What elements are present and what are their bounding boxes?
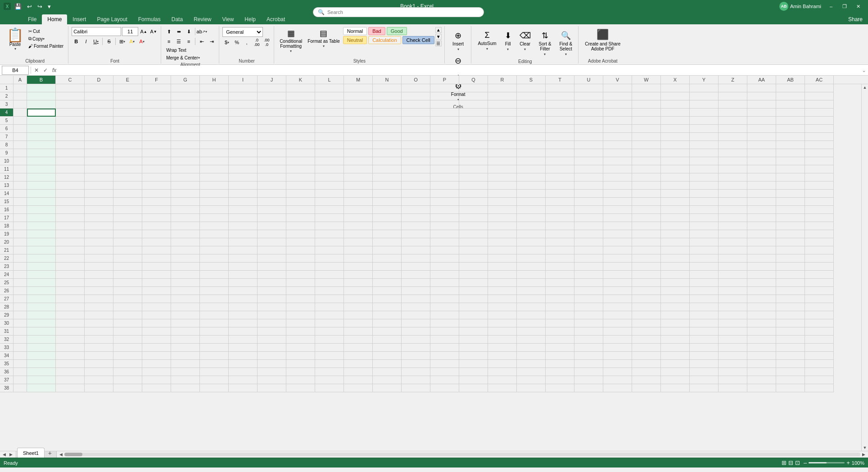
- cell-Y22[interactable]: [690, 254, 719, 263]
- cell-Y19[interactable]: [690, 230, 719, 238]
- cell-C5[interactable]: [56, 117, 85, 125]
- cell-S23[interactable]: [517, 263, 546, 271]
- cell-A21[interactable]: [14, 246, 27, 254]
- cell-L12[interactable]: [315, 173, 344, 182]
- cell-Z28[interactable]: [719, 303, 747, 311]
- cell-X4[interactable]: [661, 109, 690, 117]
- cell-O10[interactable]: [402, 157, 430, 165]
- cell-V21[interactable]: [603, 246, 632, 254]
- cell-Z15[interactable]: [719, 198, 747, 206]
- cell-C4[interactable]: [56, 109, 85, 117]
- cell-N32[interactable]: [373, 336, 402, 344]
- cell-P1[interactable]: [430, 84, 459, 92]
- cell-U38[interactable]: [574, 384, 603, 392]
- cell-M34[interactable]: [344, 352, 373, 360]
- cell-E26[interactable]: [113, 287, 142, 295]
- cell-H1[interactable]: [200, 84, 229, 92]
- cell-Q20[interactable]: [459, 238, 488, 246]
- row-num-37[interactable]: 37: [0, 376, 13, 384]
- cell-F13[interactable]: [142, 182, 171, 190]
- cell-AB12[interactable]: [776, 173, 805, 182]
- cell-L18[interactable]: [315, 222, 344, 230]
- tab-acrobat[interactable]: Acrobat: [261, 14, 290, 24]
- cell-G18[interactable]: [171, 222, 200, 230]
- cell-V34[interactable]: [603, 352, 632, 360]
- cell-J14[interactable]: [258, 190, 286, 198]
- cell-D17[interactable]: [85, 214, 113, 222]
- cell-B35[interactable]: [27, 360, 56, 368]
- cell-S28[interactable]: [517, 303, 546, 311]
- cell-W38[interactable]: [632, 384, 661, 392]
- cell-K37[interactable]: [286, 376, 315, 384]
- cell-G8[interactable]: [171, 141, 200, 149]
- cell-B34[interactable]: [27, 352, 56, 360]
- cell-J26[interactable]: [258, 287, 286, 295]
- cell-S32[interactable]: [517, 336, 546, 344]
- cell-S17[interactable]: [517, 214, 546, 222]
- cell-H19[interactable]: [200, 230, 229, 238]
- cell-F33[interactable]: [142, 344, 171, 352]
- cell-J21[interactable]: [258, 246, 286, 254]
- cell-O18[interactable]: [402, 222, 430, 230]
- cell-I38[interactable]: [229, 384, 258, 392]
- cell-H38[interactable]: [200, 384, 229, 392]
- cell-AB38[interactable]: [776, 384, 805, 392]
- cell-AB31[interactable]: [776, 327, 805, 336]
- cell-L10[interactable]: [315, 157, 344, 165]
- cell-J18[interactable]: [258, 222, 286, 230]
- cell-W4[interactable]: [632, 109, 661, 117]
- cell-J30[interactable]: [258, 319, 286, 327]
- cell-B15[interactable]: [27, 198, 56, 206]
- cell-R4[interactable]: [488, 109, 517, 117]
- cell-A16[interactable]: [14, 206, 27, 214]
- cell-C20[interactable]: [56, 238, 85, 246]
- row-num-3[interactable]: 3: [0, 100, 13, 109]
- cell-S22[interactable]: [517, 254, 546, 263]
- cell-E15[interactable]: [113, 198, 142, 206]
- styles-expand-button[interactable]: ☰: [435, 41, 442, 46]
- cell-A38[interactable]: [14, 384, 27, 392]
- cell-L27[interactable]: [315, 295, 344, 303]
- cell-M23[interactable]: [344, 263, 373, 271]
- cell-L2[interactable]: [315, 92, 344, 100]
- cell-AA31[interactable]: [747, 327, 776, 336]
- cell-AA18[interactable]: [747, 222, 776, 230]
- borders-button[interactable]: ⊞ ▾: [118, 37, 127, 46]
- cell-X29[interactable]: [661, 311, 690, 319]
- cell-AA13[interactable]: [747, 182, 776, 190]
- cell-J8[interactable]: [258, 141, 286, 149]
- cell-G1[interactable]: [171, 84, 200, 92]
- cell-T13[interactable]: [546, 182, 574, 190]
- cell-P21[interactable]: [430, 246, 459, 254]
- cell-D34[interactable]: [85, 352, 113, 360]
- cell-P12[interactable]: [430, 173, 459, 182]
- cell-M22[interactable]: [344, 254, 373, 263]
- cell-J13[interactable]: [258, 182, 286, 190]
- cell-Y38[interactable]: [690, 384, 719, 392]
- cell-J20[interactable]: [258, 238, 286, 246]
- cell-AA22[interactable]: [747, 254, 776, 263]
- page-break-view-button[interactable]: ⊡: [795, 459, 800, 466]
- cell-J22[interactable]: [258, 254, 286, 263]
- cell-G37[interactable]: [171, 376, 200, 384]
- cell-T35[interactable]: [546, 360, 574, 368]
- cell-E38[interactable]: [113, 384, 142, 392]
- cell-R12[interactable]: [488, 173, 517, 182]
- decrease-indent-button[interactable]: ⇤: [197, 37, 206, 46]
- cell-B3[interactable]: [27, 100, 56, 109]
- cell-R25[interactable]: [488, 279, 517, 287]
- cell-U27[interactable]: [574, 295, 603, 303]
- cell-K1[interactable]: [286, 84, 315, 92]
- cell-T26[interactable]: [546, 287, 574, 295]
- cell-U15[interactable]: [574, 198, 603, 206]
- cell-P20[interactable]: [430, 238, 459, 246]
- cell-J27[interactable]: [258, 295, 286, 303]
- cell-G30[interactable]: [171, 319, 200, 327]
- cell-AB35[interactable]: [776, 360, 805, 368]
- cell-Z20[interactable]: [719, 238, 747, 246]
- cell-AB37[interactable]: [776, 376, 805, 384]
- cell-K25[interactable]: [286, 279, 315, 287]
- cell-W15[interactable]: [632, 198, 661, 206]
- cell-Y15[interactable]: [690, 198, 719, 206]
- zoom-out-button[interactable]: –: [804, 459, 807, 466]
